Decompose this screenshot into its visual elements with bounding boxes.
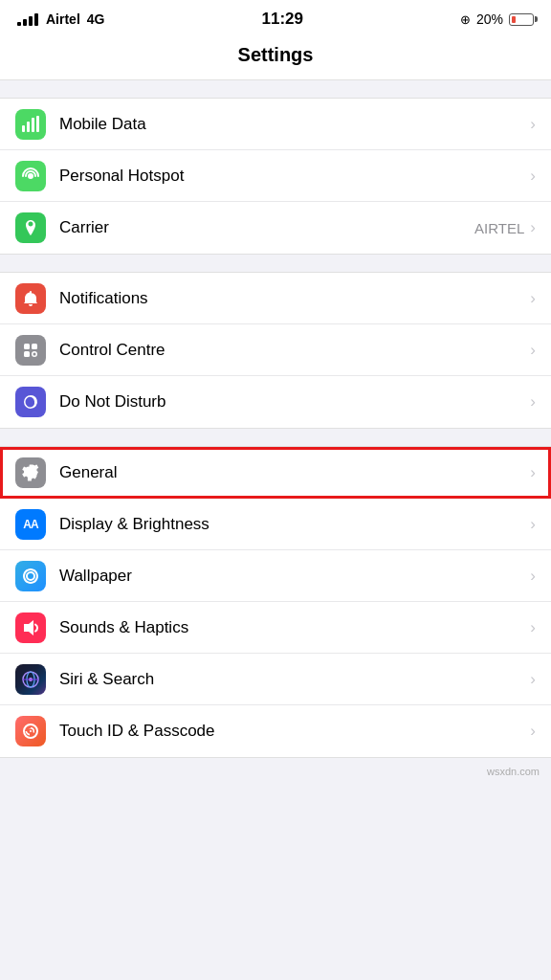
settings-row-personal-hotspot[interactable]: Personal Hotspot › [0,150,551,202]
settings-row-carrier[interactable]: Carrier AIRTEL › [0,202,551,254]
personal-hotspot-icon [15,161,46,191]
general-label: General [59,463,530,482]
mobile-data-icon [15,109,46,140]
wallpaper-label: Wallpaper [59,567,530,586]
general-icon [15,457,46,488]
control-centre-icon [15,335,46,366]
sounds-haptics-label: Sounds & Haptics [59,618,530,637]
settings-row-general[interactable]: General › [0,447,551,499]
settings-row-siri-search[interactable]: Siri & Search › [0,654,551,705]
carrier-icon [15,212,46,243]
do-not-disturb-label: Do Not Disturb [59,392,530,412]
location-icon: ⊕ [460,12,471,27]
svg-point-4 [28,173,33,179]
wallpaper-chevron: › [530,567,536,586]
settings-row-control-centre[interactable]: Control Centre › [0,324,551,376]
siri-search-label: Siri & Search [59,670,530,689]
sounds-haptics-icon [15,612,46,643]
siri-search-chevron: › [530,670,536,689]
settings-group-system2: General › AA Display & Brightness › Wall… [0,446,551,758]
carrier-label-row: Carrier [59,218,474,237]
svg-rect-0 [22,125,25,132]
personal-hotspot-chevron: › [530,167,536,186]
status-left: Airtel 4G [17,11,104,27]
svg-rect-1 [27,122,30,132]
svg-rect-2 [32,118,34,132]
settings-row-touch-id[interactable]: Touch ID & Passcode › [0,705,551,757]
network-type: 4G [87,11,105,27]
carrier-value: AIRTEL [474,220,524,236]
touch-id-label: Touch ID & Passcode [59,722,530,741]
settings-row-notifications[interactable]: Notifications › [0,273,551,324]
mobile-data-chevron: › [530,115,536,134]
notifications-label: Notifications [59,289,530,308]
watermark: wsxdn.com [0,758,551,781]
touch-id-chevron: › [530,722,536,741]
display-brightness-icon: AA [15,509,46,540]
notifications-icon [15,283,46,314]
svg-point-9 [33,352,36,355]
svg-rect-3 [36,116,39,132]
settings-row-mobile-data[interactable]: Mobile Data › [0,99,551,150]
status-time: 11:29 [261,10,302,29]
touch-id-icon [15,716,46,746]
do-not-disturb-chevron: › [530,392,536,412]
control-centre-chevron: › [530,341,536,360]
settings-group-system1: Notifications › Control Centre › Do Not … [0,272,551,429]
carrier-label: Airtel [46,11,80,27]
general-chevron: › [530,463,536,482]
do-not-disturb-icon [15,387,46,417]
settings-row-wallpaper[interactable]: Wallpaper › [0,550,551,602]
page-title: Settings [0,44,551,66]
status-bar: Airtel 4G 11:29 ⊕ 20% [0,0,551,34]
battery-percent: 20% [476,11,503,27]
personal-hotspot-label: Personal Hotspot [59,167,530,186]
page-title-bar: Settings [0,34,551,80]
status-right: ⊕ 20% [460,11,534,27]
siri-search-icon [15,664,46,695]
settings-row-do-not-disturb[interactable]: Do Not Disturb › [0,376,551,428]
carrier-chevron: › [530,218,536,237]
notifications-chevron: › [530,289,536,308]
settings-group-network: Mobile Data › Personal Hotspot › Carrier… [0,98,551,255]
mobile-data-label: Mobile Data [59,115,530,134]
svg-rect-5 [24,344,30,349]
control-centre-label: Control Centre [59,341,530,360]
display-brightness-label: Display & Brightness [59,515,530,534]
svg-rect-6 [32,344,37,349]
display-brightness-chevron: › [530,515,536,534]
wallpaper-icon [15,561,46,591]
settings-row-display-brightness[interactable]: AA Display & Brightness › [0,499,551,550]
svg-rect-7 [24,351,30,357]
settings-row-sounds-haptics[interactable]: Sounds & Haptics › [0,602,551,654]
sounds-haptics-chevron: › [530,618,536,637]
svg-marker-10 [24,620,33,635]
battery-indicator [509,13,534,26]
signal-bars [17,13,38,26]
